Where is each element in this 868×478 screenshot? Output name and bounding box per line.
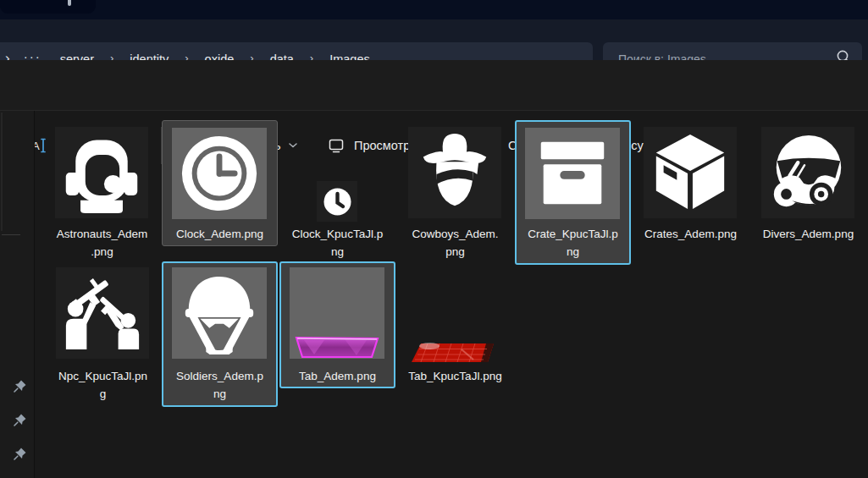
crate-front-icon [531,132,614,215]
file-item-selected[interactable]: Tab_Adem.png [279,261,396,407]
clock-small-icon [323,188,351,216]
file-name: Divers_Adem.png [749,226,867,244]
file-name: Crate_KpucTaJl.png [514,226,632,261]
file-item-selected[interactable]: Clock_Adem.png [161,120,279,266]
file-name: Soldiers_Adem.png [161,368,279,403]
file-item[interactable]: Tab_KpucTaJl.png [396,261,514,407]
red-tab-strip [411,343,500,365]
pin-icon[interactable] [13,413,27,427]
file-thumbnail [56,267,149,359]
navigation-pane [0,111,34,478]
crate-iso-icon [649,131,732,214]
file-name: Clock_KpucTaJl.png [279,226,396,261]
explorer-window: { "titlebar": { "tab_mark": "" }, "bread… [0,0,868,478]
pin-icon[interactable] [13,379,27,393]
file-name: Clock_Adem.png [161,226,279,244]
file-thumbnail [172,128,267,219]
file-thumbnail [408,127,501,218]
title-bar [0,0,868,19]
pane-divider [34,111,35,478]
file-item-selected[interactable]: Crate_KpucTaJl.png [514,120,632,266]
pin-icon[interactable] [13,447,27,461]
file-thumbnail [290,267,384,359]
file-item[interactable]: Npc_KpucTaJl.png [44,261,162,407]
file-item-selected[interactable]: Soldiers_Adem.png [161,261,279,407]
clock-icon [178,132,261,215]
file-thumbnail [525,128,620,219]
soldier-helmet-icon [178,272,261,354]
file-item[interactable]: Crates_Adem.png [632,120,749,266]
file-name: Npc_KpucTaJl.png [44,368,162,403]
file-thumbnail [317,181,357,222]
npc-figures-icon [61,272,144,354]
command-bar: A Сортировать Просмотреть [0,60,868,111]
file-item[interactable]: Cowboys_Adem.png [396,120,514,266]
file-name: Tab_KpucTaJl.png [396,368,514,386]
file-name: Cowboys_Adem.png [396,226,514,261]
file-thumbnail [55,127,148,218]
diver-icon [766,131,849,214]
navigation-bar: › ··· server › identity › oxide › data ›… [0,19,868,60]
magenta-tab-strip [292,336,382,360]
tab-text-remnant [68,0,71,6]
file-name: Tab_Adem.png [279,368,396,386]
file-thumbnail [644,127,737,218]
window-tab[interactable] [0,0,96,14]
file-item[interactable]: Divers_Adem.png [749,120,867,266]
file-item[interactable]: Astronauts_Adem.png [43,120,161,266]
file-name: Astronauts_Adem.png [43,226,161,261]
file-item[interactable]: Clock_KpucTaJl.png [279,120,396,266]
file-name: Crates_Adem.png [632,226,749,244]
tree-line [1,113,3,231]
file-thumbnail [172,267,267,359]
sidebar-divider [2,234,20,235]
file-thumbnail [761,127,854,218]
astronaut-helmet-icon [61,132,142,213]
cowboy-icon [413,131,496,214]
